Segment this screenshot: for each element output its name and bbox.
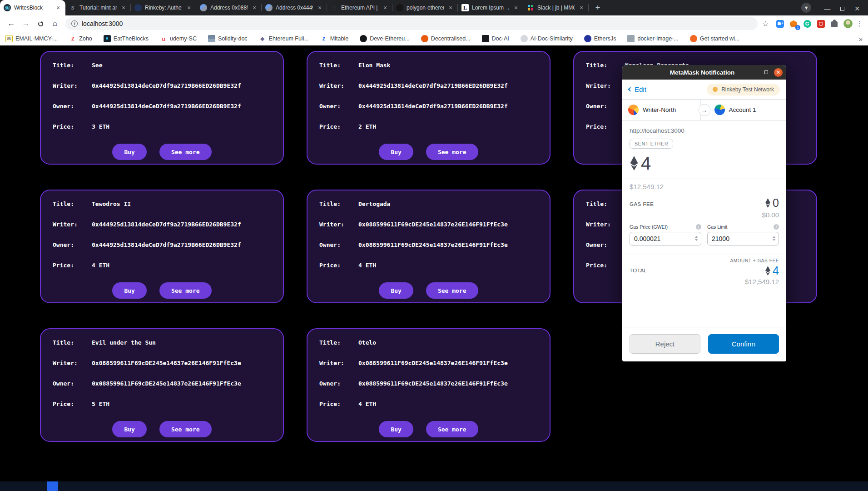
bookmark-ai-doc-similarity[interactable]: AI-Doc-Similarity [521,35,573,42]
window-minimize-button[interactable]: — [824,5,830,12]
tab-close-icon[interactable]: × [512,4,520,11]
tab-slack[interactable]: Slack | jb | MMCY- × [523,0,589,15]
stepper-arrows[interactable] [693,235,699,242]
title-value: See [92,62,102,69]
title-label: Title: [319,339,358,346]
nft-card-otelo: Title:Otelo Writer:0x088599611F69cDE245e… [307,328,551,442]
browser-menu-chevron-icon[interactable]: ▼ [801,3,811,13]
see-more-button[interactable]: See more [426,421,478,437]
tab-close-icon[interactable]: × [578,4,585,11]
bookmarks-overflow-chevron[interactable]: » [859,35,863,43]
reload-button-icon[interactable] [34,17,47,30]
buy-button[interactable]: Buy [379,144,413,160]
gas-limit-input[interactable] [712,235,771,242]
bookmark-doc-ai[interactable]: Doc-AI [482,35,509,42]
slack-favicon-icon [527,4,534,11]
see-more-button[interactable]: See more [159,282,212,299]
bookmark-star-icon[interactable]: ☆ [762,19,769,29]
stepper-arrows[interactable] [771,235,777,242]
writer-label: Writer: [586,221,625,228]
grammarly-extension-icon[interactable]: G [802,19,812,29]
tab-title: Lorem Ipsum - All [472,5,509,11]
metamask-titlebar[interactable]: MetaMask Notification – ✕ [622,65,786,80]
react-favicon-icon [4,4,11,11]
bookmark-ethereum-full[interactable]: ◆Ehtereum Full... [259,35,309,42]
buy-button[interactable]: Buy [379,282,413,299]
buy-button[interactable]: Buy [112,144,146,160]
bookmark-eattheblocks[interactable]: EatTheBlocks [104,35,149,42]
bookmark-deve-ethereum[interactable]: Deve-Ethereu... [360,35,410,42]
edit-button[interactable]: Edit [629,85,646,93]
bookmark-solidity-doc[interactable]: Solidity-doc [208,35,248,42]
step-up-icon [773,235,775,238]
tab-ethereum-api[interactable]: Ξ Ethereum API | IPF × [327,0,392,15]
see-more-button[interactable]: See more [426,144,478,160]
bookmark-get-started[interactable]: Get started wi... [690,35,740,42]
tab-close-icon[interactable]: × [251,4,258,11]
bookmark-ethersjs[interactable]: EthersJs [584,35,616,42]
tab-close-icon[interactable]: × [55,4,62,11]
buy-button[interactable]: Buy [112,421,146,437]
red-extension-icon[interactable] [816,19,826,29]
bookmark-zoho[interactable]: ZZoho [69,35,92,42]
transaction-amount: 4 [630,154,779,172]
metamask-extension-icon[interactable]: 1 [789,19,799,29]
zoom-extension-icon[interactable] [775,19,785,29]
buy-button[interactable]: Buy [379,421,413,437]
bookmark-email[interactable]: ✉EMAIL-MMCY-... [5,35,58,42]
tab-close-icon[interactable]: × [185,4,193,11]
bookmark-udemy[interactable]: uudemy-SC [160,35,197,42]
card-price-line: Price:2 ETH [319,123,538,130]
tab-address-444925[interactable]: Address 0x444925 × [262,0,327,15]
buy-button[interactable]: Buy [112,282,146,299]
see-more-button[interactable]: See more [159,421,212,437]
tab-writesblock[interactable]: WritesBlock × [0,0,65,15]
back-button-icon[interactable]: ← [5,17,18,30]
tab-tutorial[interactable]: S Tutorial: mint and × [65,0,131,15]
tab-close-icon[interactable]: × [316,4,323,11]
see-more-button[interactable]: See more [159,144,212,160]
tab-title: Ethereum API | IPF [341,5,378,11]
tab-lorem-ipsum[interactable]: L Lorem Ipsum - All × [458,0,523,15]
site-info-icon[interactable]: i [71,20,78,27]
gas-limit-field[interactable] [707,232,779,246]
forward-button-icon[interactable]: → [19,17,33,30]
tab-rinkeby-etherscan[interactable]: Rinkeby: Authenti × [131,0,196,15]
tab-close-icon[interactable]: × [120,4,127,11]
tab-github-polygon[interactable]: polygon-ethereum × [392,0,458,15]
popup-minimize-button[interactable]: – [751,67,761,77]
popup-maximize-button[interactable] [761,67,771,77]
bookmark-mitable[interactable]: zMitable [320,35,348,42]
price-label: Price: [586,262,625,269]
window-restore-button[interactable] [840,7,844,11]
reject-button[interactable]: Reject [630,334,700,354]
tab-close-icon[interactable]: × [382,4,389,11]
tab-address-088599[interactable]: Address 0x088599 × [196,0,262,15]
new-tab-button[interactable]: + [591,1,604,14]
info-icon[interactable]: i [696,224,701,230]
gas-limit-group: Gas Limiti [707,224,779,246]
address-bar[interactable]: i localhost:3000 [65,17,758,30]
gas-price-input[interactable] [634,235,693,242]
extensions-puzzle-icon[interactable] [829,19,839,29]
profile-avatar[interactable] [843,19,853,29]
network-badge[interactable]: Rinkeby Test Network [707,84,780,95]
confirm-button[interactable]: Confirm [708,334,779,354]
home-button-icon[interactable]: ⌂ [48,17,62,30]
card-price-line: Price:4 ETH [319,262,538,269]
url-text[interactable]: localhost:3000 [82,20,123,27]
bookmark-decentralised[interactable]: Decentralised... [421,35,471,42]
gas-price-field[interactable] [630,232,701,246]
info-icon[interactable]: i [774,224,779,230]
window-close-button[interactable]: ✕ [854,5,860,12]
popup-close-button[interactable]: ✕ [774,68,783,77]
browser-kebab-menu-icon[interactable]: ⋮ [855,20,863,28]
step-down-icon [773,239,775,242]
tab-close-icon[interactable]: × [447,4,454,11]
card-owner-line: Owner:0x444925d13814deCeD7df9a2719B66ED2… [53,103,271,110]
bookmark-docker-image[interactable]: docker-image-... [627,35,678,42]
orange-circle-icon [421,35,428,42]
see-more-button[interactable]: See more [426,282,478,299]
price-value: 3 ETH [92,123,109,130]
writer-value: 0x444925d13814deCeD7df9a2719B66ED26DB9E3… [92,221,241,228]
